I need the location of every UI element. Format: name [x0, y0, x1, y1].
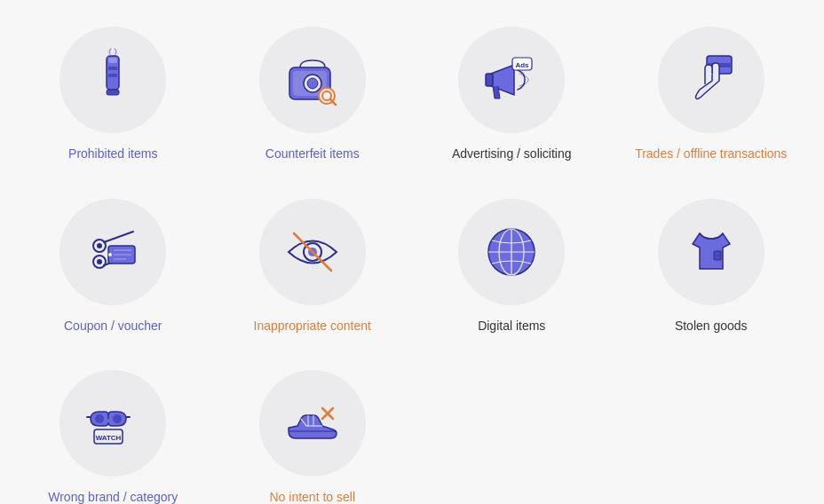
label-no-intent: No intent to sell [270, 489, 356, 504]
svg-rect-36 [714, 251, 721, 260]
label-digital: Digital items [478, 318, 545, 335]
item-trades[interactable]: Trades / offline transactions [616, 18, 807, 172]
label-advertising: Advertising / soliciting [452, 146, 572, 163]
icon-circle-counterfeit [259, 27, 366, 133]
counterfeit-icon [281, 48, 345, 112]
item-no-intent[interactable]: No intent to sell [218, 361, 408, 504]
svg-text:Ads: Ads [516, 61, 530, 69]
item-counterfeit-items[interactable]: Counterfeit items [218, 18, 408, 172]
icon-circle-trades [658, 27, 765, 133]
item-advertising[interactable]: Ads Advertising / soliciting [416, 18, 607, 172]
icon-circle-inappropriate [259, 199, 366, 305]
svg-point-8 [307, 78, 318, 89]
item-prohibited-items[interactable]: Prohibited items [18, 18, 209, 172]
advertising-icon: Ads [480, 49, 543, 111]
label-inappropriate: Inappropriate content [254, 318, 371, 335]
icon-circle-coupon [59, 199, 166, 305]
prohibited-icon [82, 49, 144, 111]
item-stolen[interactable]: Stolen goods [616, 190, 807, 344]
item-wrong-brand[interactable]: WATCH Wrong brand / category [18, 361, 209, 504]
svg-rect-1 [108, 58, 117, 63]
svg-rect-2 [108, 67, 117, 70]
label-stolen: Stolen goods [675, 318, 748, 335]
svg-point-22 [97, 243, 102, 248]
icon-circle-no-intent [259, 370, 366, 476]
label-wrong-brand: Wrong brand / category [48, 489, 178, 504]
category-grid: Prohibited items Counterfeit items [18, 18, 806, 504]
icon-circle-prohibited [59, 27, 166, 133]
icon-circle-digital [458, 199, 565, 305]
item-inappropriate[interactable]: Inappropriate content [218, 190, 408, 344]
trades-icon [680, 49, 742, 111]
icon-circle-advertising: Ads [458, 27, 565, 133]
label-prohibited-items: Prohibited items [68, 146, 157, 163]
label-coupon: Coupon / voucher [64, 318, 162, 335]
coupon-icon [82, 221, 144, 283]
item-coupon[interactable]: Coupon / voucher [18, 190, 209, 344]
svg-line-31 [294, 233, 331, 271]
svg-text:WATCH: WATCH [96, 434, 122, 442]
label-counterfeit-items: Counterfeit items [265, 146, 360, 163]
label-trades: Trades / offline transactions [635, 146, 787, 163]
icon-circle-stolen [658, 199, 765, 305]
svg-rect-3 [108, 74, 117, 77]
wrong-brand-icon: WATCH [82, 392, 144, 454]
stolen-icon [680, 221, 742, 283]
svg-point-40 [95, 414, 104, 423]
item-digital[interactable]: Digital items [416, 190, 607, 344]
svg-point-41 [113, 414, 122, 423]
svg-rect-4 [107, 90, 119, 95]
svg-point-23 [97, 259, 102, 264]
inappropriate-icon [281, 221, 344, 283]
no-intent-icon [281, 392, 344, 454]
svg-line-20 [104, 232, 133, 242]
svg-point-25 [108, 253, 112, 256]
digital-icon [480, 221, 543, 283]
icon-circle-wrong-brand: WATCH [59, 370, 166, 476]
svg-rect-12 [486, 74, 493, 86]
